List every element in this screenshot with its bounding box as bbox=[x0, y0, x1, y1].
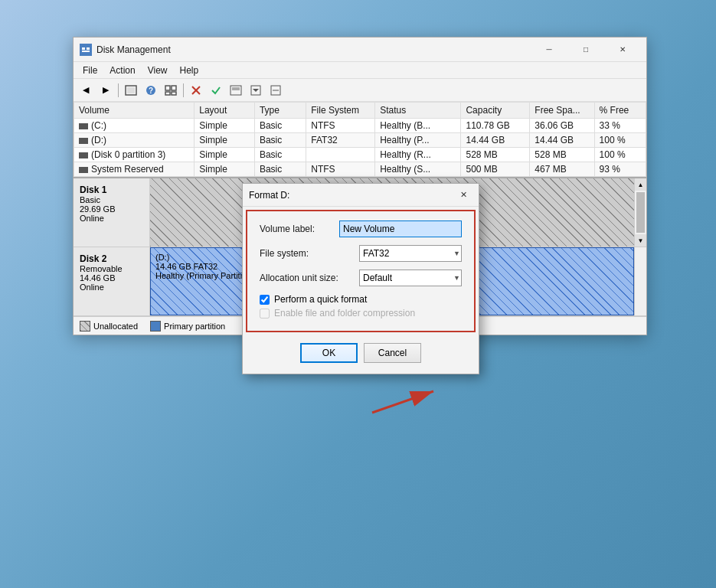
col-layout[interactable]: Layout bbox=[195, 103, 255, 119]
svg-rect-1 bbox=[82, 47, 85, 50]
filesystem-field: File system: FAT32 NTFS exFAT ▼ bbox=[260, 245, 462, 262]
disk1-type: Basic bbox=[80, 195, 143, 204]
svg-rect-11 bbox=[172, 92, 176, 95]
disk2-status: Online bbox=[80, 283, 143, 292]
svg-text:?: ? bbox=[149, 87, 153, 95]
cell-status: Healthy (B... bbox=[375, 119, 461, 133]
disk2-size: 14.46 GB bbox=[80, 273, 143, 283]
toolbar: ◀ ▶ ? bbox=[74, 79, 646, 102]
volume-label-input[interactable] bbox=[339, 220, 462, 237]
cell-capacity: 528 MB bbox=[461, 148, 530, 162]
toolbar-separator-2 bbox=[183, 83, 184, 97]
cell-volume: (D:) bbox=[74, 133, 195, 148]
col-capacity[interactable]: Capacity bbox=[461, 103, 530, 119]
cell-filesystem: NTFS bbox=[306, 162, 375, 177]
scroll-down-btn[interactable]: ▼ bbox=[635, 234, 646, 247]
filesystem-label: File system: bbox=[260, 248, 359, 259]
svg-rect-3 bbox=[82, 51, 90, 52]
cell-volume: (Disk 0 partition 3) bbox=[74, 148, 195, 162]
back-button[interactable]: ◀ bbox=[77, 81, 95, 100]
svg-rect-15 bbox=[232, 87, 240, 90]
cell-percentfree: 93 % bbox=[594, 162, 646, 177]
filesystem-select[interactable]: FAT32 NTFS exFAT bbox=[359, 245, 462, 262]
filesystem-select-wrapper: FAT32 NTFS exFAT ▼ bbox=[359, 245, 462, 262]
disk2-name: Disk 2 bbox=[80, 253, 143, 264]
scrollbar[interactable]: ▲ ▼ bbox=[634, 178, 646, 247]
cell-volume: (C:) bbox=[74, 119, 195, 133]
cell-type: Basic bbox=[254, 119, 306, 133]
toolbar-btn-8[interactable] bbox=[227, 81, 245, 100]
quick-format-row: Perform a quick format bbox=[260, 294, 462, 305]
cell-layout: Simple bbox=[195, 119, 255, 133]
cell-freespace: 36.06 GB bbox=[530, 119, 594, 133]
toolbar-separator-1 bbox=[118, 83, 119, 97]
table-row[interactable]: (D:) Simple Basic FAT32 Healthy (P... 14… bbox=[74, 133, 646, 148]
toolbar-btn-5[interactable] bbox=[162, 81, 180, 100]
compression-label: Enable file and folder compression bbox=[274, 308, 415, 318]
cell-layout: Simple bbox=[195, 162, 255, 177]
menu-help[interactable]: Help bbox=[174, 64, 205, 77]
volume-table-container: Volume Layout Type File System Status Ca… bbox=[74, 102, 646, 177]
disk-management-window: Disk Management ─ □ ✕ File Action View H… bbox=[73, 37, 647, 335]
disk1-size: 29.69 GB bbox=[80, 204, 143, 214]
window-icon bbox=[80, 44, 92, 56]
forward-button[interactable]: ▶ bbox=[96, 81, 115, 100]
scroll-thumb[interactable] bbox=[636, 192, 645, 233]
cell-layout: Simple bbox=[195, 133, 255, 148]
menu-file[interactable]: File bbox=[77, 64, 103, 77]
minimize-button[interactable]: ─ bbox=[531, 38, 567, 62]
col-percentfree[interactable]: % Free bbox=[594, 103, 646, 119]
menu-bar: File Action View Help bbox=[74, 62, 646, 79]
toolbar-btn-4[interactable]: ? bbox=[142, 81, 160, 100]
menu-action[interactable]: Action bbox=[103, 64, 141, 77]
col-volume[interactable]: Volume bbox=[74, 103, 195, 119]
menu-view[interactable]: View bbox=[142, 64, 174, 77]
compression-checkbox[interactable] bbox=[260, 309, 270, 318]
legend-primary-label: Primary partition bbox=[164, 322, 225, 331]
compression-row: Enable file and folder compression bbox=[260, 308, 462, 318]
legend-primary-color bbox=[150, 321, 161, 332]
toolbar-btn-10[interactable] bbox=[266, 81, 285, 100]
disk2-type: Removable bbox=[80, 264, 143, 273]
svg-rect-5 bbox=[127, 87, 135, 93]
dialog-footer: OK Cancel bbox=[243, 335, 479, 374]
volume-label-label: Volume label: bbox=[260, 224, 339, 234]
table-row[interactable]: (Disk 0 partition 3) Simple Basic Health… bbox=[74, 148, 646, 162]
disk1-label: Disk 1 Basic 29.69 GB Online bbox=[74, 178, 150, 247]
cell-filesystem bbox=[306, 148, 375, 162]
col-type[interactable]: Type bbox=[254, 103, 306, 119]
toolbar-delete-btn[interactable] bbox=[187, 81, 205, 100]
table-row[interactable]: System Reserved Simple Basic NTFS Health… bbox=[74, 162, 646, 177]
cell-status: Healthy (P... bbox=[375, 133, 461, 148]
cell-capacity: 500 MB bbox=[461, 162, 530, 177]
toolbar-btn-9[interactable] bbox=[247, 81, 265, 100]
cancel-button[interactable]: Cancel bbox=[364, 343, 421, 363]
quick-format-label: Perform a quick format bbox=[274, 294, 367, 305]
ok-button[interactable]: OK bbox=[300, 343, 358, 363]
disk2-label: Disk 2 Removable 14.46 GB Online bbox=[74, 247, 150, 315]
dialog-close-button[interactable]: ✕ bbox=[454, 186, 472, 204]
legend-unallocated: Unallocated bbox=[80, 321, 138, 332]
col-filesystem[interactable]: File System bbox=[306, 103, 375, 119]
toolbar-btn-3[interactable] bbox=[122, 81, 140, 100]
allocation-select[interactable]: Default 512 1024 2048 4096 bbox=[359, 270, 462, 286]
allocation-select-wrapper: Default 512 1024 2048 4096 ▼ bbox=[359, 270, 462, 286]
legend-primary: Primary partition bbox=[150, 321, 225, 332]
cell-layout: Simple bbox=[195, 148, 255, 162]
col-status[interactable]: Status bbox=[375, 103, 461, 119]
disk1-name: Disk 1 bbox=[80, 185, 143, 195]
close-button[interactable]: ✕ bbox=[605, 38, 640, 62]
scrollbar-spacer bbox=[634, 247, 646, 315]
scroll-up-btn[interactable]: ▲ bbox=[635, 178, 646, 191]
cell-filesystem: FAT32 bbox=[306, 133, 375, 148]
toolbar-check-btn[interactable] bbox=[207, 81, 225, 100]
allocation-field: Allocation unit size: Default 512 1024 2… bbox=[260, 270, 462, 286]
quick-format-checkbox[interactable] bbox=[260, 295, 270, 305]
dialog-body: Volume label: File system: FAT32 NTFS ex… bbox=[246, 210, 476, 332]
col-freespace[interactable]: Free Spa... bbox=[530, 103, 594, 119]
cell-volume: System Reserved bbox=[74, 162, 195, 177]
maximize-button[interactable]: □ bbox=[568, 38, 603, 62]
cell-freespace: 528 MB bbox=[530, 148, 594, 162]
table-row[interactable]: (C:) Simple Basic NTFS Healthy (B... 110… bbox=[74, 119, 646, 133]
svg-rect-10 bbox=[165, 92, 170, 95]
